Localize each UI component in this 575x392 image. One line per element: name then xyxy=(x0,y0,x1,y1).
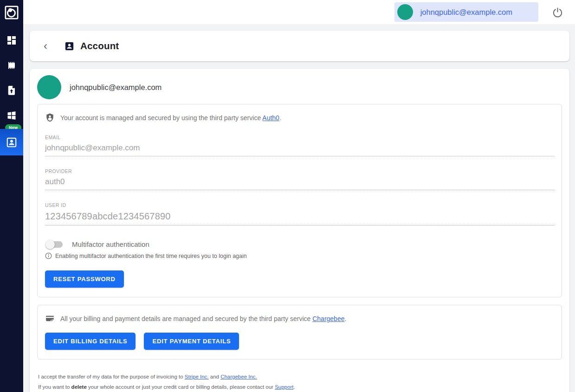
sidebar-item-stamp[interactable] xyxy=(0,53,23,78)
logout-button[interactable] xyxy=(552,7,563,18)
provider-field-value: auth0 xyxy=(45,177,554,186)
stamp-icon xyxy=(6,60,17,71)
shield-person-icon xyxy=(45,113,55,122)
topbar: johnqpublic@example.com xyxy=(23,0,575,24)
avatar xyxy=(397,4,413,20)
email-field-label: EMAIL xyxy=(45,135,554,140)
sidebar-item-dashboard[interactable] xyxy=(0,28,23,53)
legal-text: I accept the transfer of my data for the… xyxy=(37,372,562,392)
sidebar-item-account[interactable] xyxy=(0,129,23,155)
chargebee-link[interactable]: Chargebee xyxy=(312,315,344,322)
mfa-label: Multifactor authentication xyxy=(72,240,149,248)
billing-notice: All your billing and payment details are… xyxy=(45,314,554,323)
support-link[interactable]: Support xyxy=(275,384,293,390)
main-content: ‹ Account johnqpublic@example.com xyxy=(23,24,575,392)
power-icon xyxy=(552,7,563,18)
legal-line-1: I accept the transfer of my data for the… xyxy=(38,372,561,382)
auth0-link[interactable]: Auth0 xyxy=(262,114,279,122)
billing-buttons: EDIT BILLING DETAILS EDIT PAYMENT DETAIL… xyxy=(45,323,554,350)
user-account-chip[interactable]: johnqpublic@example.com xyxy=(394,2,538,22)
user-id-field-label: USER ID xyxy=(45,202,554,208)
sidebar-item-windows[interactable]: New xyxy=(0,103,23,128)
mfa-toggle[interactable] xyxy=(47,241,63,248)
mfa-hint: Enabling multifactor authentication the … xyxy=(45,252,554,259)
auth-notice-text: Your account is managed and secured by u… xyxy=(60,114,262,122)
edit-billing-details-button[interactable]: EDIT BILLING DETAILS xyxy=(45,333,136,350)
legal-line-2: If you want to delete your whole account… xyxy=(38,382,561,392)
reset-password-button[interactable]: RESET PASSWORD xyxy=(45,270,124,288)
account-box-icon xyxy=(64,41,75,51)
email-field-value: johnqpublic@example.com xyxy=(45,143,554,153)
edit-payment-details-button[interactable]: EDIT PAYMENT DETAILS xyxy=(144,333,239,350)
auth-section: Your account is managed and secured by u… xyxy=(37,104,562,297)
page-header: ‹ Account xyxy=(30,31,569,61)
account-box-icon xyxy=(6,136,18,148)
provider-field: PROVIDER auth0 xyxy=(45,168,554,190)
mfa-hint-text: Enabling multifactor authentication the … xyxy=(55,253,247,259)
auth-notice: Your account is managed and secured by u… xyxy=(45,113,554,122)
app-logo-icon[interactable] xyxy=(0,0,23,25)
back-button[interactable]: ‹ xyxy=(36,37,55,55)
page-title: Account xyxy=(80,40,119,51)
mfa-row: Multifactor authentication xyxy=(45,240,554,248)
profile-row: johnqpublic@example.com xyxy=(37,72,562,104)
file-upload-icon xyxy=(6,85,17,96)
user-id-field-value: 123456789abcde1234567890 xyxy=(45,211,554,222)
profile-email: johnqpublic@example.com xyxy=(70,83,162,92)
info-icon xyxy=(45,252,52,259)
stripe-link[interactable]: Stripe Inc. xyxy=(185,374,209,379)
user-id-field: USER ID 123456789abcde1234567890 xyxy=(45,202,554,225)
sidebar: New xyxy=(0,0,23,392)
avatar xyxy=(37,75,61,99)
billing-section: All your billing and payment details are… xyxy=(37,305,562,360)
credit-card-icon xyxy=(45,314,55,323)
user-email: johnqpublic@example.com xyxy=(420,8,512,17)
billing-notice-text: All your billing and payment details are… xyxy=(60,315,312,322)
provider-field-label: PROVIDER xyxy=(45,168,554,174)
chargebee-inc-link[interactable]: Chargebee Inc. xyxy=(220,374,257,379)
dashboard-icon xyxy=(6,35,17,46)
sidebar-item-file-upload[interactable] xyxy=(0,78,23,103)
account-card: johnqpublic@example.com Your account is … xyxy=(30,69,569,392)
email-field: EMAIL johnqpublic@example.com xyxy=(45,135,554,156)
windows-icon xyxy=(6,110,17,121)
